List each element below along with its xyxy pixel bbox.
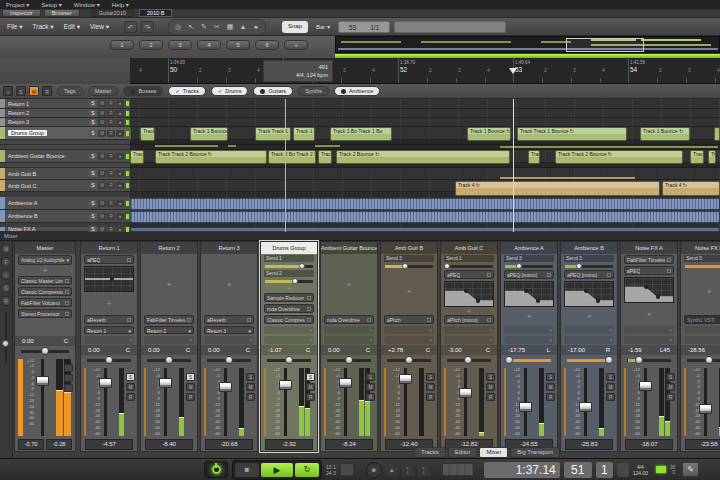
input-route-select[interactable]: ▾ xyxy=(684,336,720,344)
eq-graph[interactable] xyxy=(84,266,134,292)
fader-track[interactable] xyxy=(524,368,527,436)
media-item[interactable] xyxy=(130,198,720,210)
track-header-amb-guit-c[interactable]: Amb Guit CSMR● xyxy=(0,180,130,192)
track-fx-button[interactable]: ● xyxy=(116,119,124,126)
track-header-amb-guit-b[interactable]: Amb Guit BSMR● xyxy=(0,168,130,180)
fx-bypass-icon[interactable] xyxy=(247,318,251,322)
fader-track[interactable] xyxy=(644,368,647,436)
input-route-select[interactable]: ▾ xyxy=(384,336,434,344)
strip-name[interactable]: Return 1 xyxy=(81,242,137,254)
fader-cap[interactable] xyxy=(639,381,652,391)
tool-button-4-icon[interactable]: ✂ xyxy=(212,21,222,33)
pan-value[interactable]: -1.59 xyxy=(628,345,642,355)
filter-pill-drums[interactable]: ✓Drums xyxy=(211,86,248,96)
filter-pill-tags[interactable]: Tags xyxy=(57,86,83,96)
pan-thumb[interactable] xyxy=(605,356,613,364)
strip-s-button[interactable]: S xyxy=(666,373,675,381)
tempo-display[interactable]: 4/4 124.00 xyxy=(633,464,648,476)
fader-track[interactable] xyxy=(41,359,44,437)
fader-track[interactable] xyxy=(164,368,167,436)
bank-button-3[interactable]: 3 xyxy=(168,40,192,50)
media-item[interactable] xyxy=(130,127,131,141)
strip-name[interactable]: Ambient Guitar Bounce xyxy=(321,242,377,254)
filter-pill-guitars[interactable]: Guitars xyxy=(253,86,293,96)
master-button-3[interactable] xyxy=(64,384,73,392)
fx-slot-areverb[interactable]: aReverb xyxy=(84,315,134,324)
fx-bypass-icon[interactable] xyxy=(307,296,311,300)
strip-s-button[interactable]: S xyxy=(246,373,255,381)
menu-window[interactable]: Window ▾ xyxy=(74,1,100,8)
fx-bypass-icon[interactable] xyxy=(307,307,311,311)
track-name[interactable]: Amb Guit B xyxy=(8,171,89,177)
bank-button-[interactable]: + xyxy=(284,40,308,50)
media-item[interactable]: Track Track 1 Bounce ↻ xyxy=(517,127,627,141)
send-thumb[interactable] xyxy=(516,263,522,269)
track-name[interactable]: Ambient Guitar Bounce xyxy=(8,153,89,159)
send-control[interactable]: Send 3 xyxy=(381,254,437,269)
navigator-view-box[interactable] xyxy=(566,38,644,52)
fx-slot-apeq-mono[interactable]: aPEQ [mono] xyxy=(564,270,614,279)
fx-bypass-icon[interactable] xyxy=(667,258,671,262)
tool-button-1-icon[interactable]: ◎ xyxy=(173,21,183,33)
edit-cursor-icon[interactable] xyxy=(509,68,517,74)
master-button-2[interactable] xyxy=(64,374,73,382)
fx-bypass-icon[interactable] xyxy=(487,318,491,322)
pan-value[interactable]: -17.75 xyxy=(508,345,525,355)
strip-r-button[interactable]: R xyxy=(126,393,135,401)
pattern-display[interactable] xyxy=(442,463,474,476)
fx-slot-apeq[interactable]: aPEQ xyxy=(84,255,134,264)
filter-small-r[interactable]: R xyxy=(42,86,52,96)
strip-name[interactable]: Ambience B xyxy=(561,242,617,254)
send-control[interactable]: Send 3 xyxy=(501,254,557,269)
send-control[interactable]: Send 1 xyxy=(261,254,317,269)
track-arm-button[interactable]: R xyxy=(107,200,115,207)
media-item[interactable]: Track xyxy=(318,150,332,164)
fx-bypass-icon[interactable] xyxy=(607,273,611,277)
fx-slot-stereo-processor[interactable]: Stereo Processor xyxy=(18,309,72,318)
pan-slider[interactable] xyxy=(621,355,677,366)
tool-button-7-icon[interactable]: ● xyxy=(251,21,261,33)
tool-button-6-icon[interactable]: ▲ xyxy=(238,21,248,33)
output-route-select[interactable]: ▾ xyxy=(384,326,434,334)
eq-node[interactable] xyxy=(476,299,480,303)
track-solo-button[interactable]: S xyxy=(89,153,97,160)
output-route-select[interactable]: ▾ xyxy=(504,326,554,334)
strip-name[interactable]: Return 2 xyxy=(141,242,197,254)
mixer-width-slider[interactable] xyxy=(5,312,7,364)
menu-setup[interactable]: Setup ▾ xyxy=(41,1,61,8)
strip-m-button[interactable]: M xyxy=(186,383,195,391)
edit-mode-button[interactable]: ✎ xyxy=(682,462,699,477)
filter-pill-ambience[interactable]: Ambience xyxy=(334,86,380,96)
strip-s-button[interactable]: S xyxy=(186,373,195,381)
menu-help[interactable]: Help ▾ xyxy=(112,1,129,8)
track-arm-button[interactable]: R xyxy=(107,130,115,137)
pan-value[interactable]: 0.00 xyxy=(328,345,340,355)
add-fx-button[interactable]: + xyxy=(587,312,592,321)
track-mute-button[interactable]: M xyxy=(98,119,106,126)
media-item[interactable]: Track 2 Bo Track 2 Bo xyxy=(268,150,316,164)
eq-graph[interactable] xyxy=(564,281,614,307)
eq-node[interactable] xyxy=(464,289,468,293)
track-solo-button[interactable]: S xyxy=(89,200,97,207)
track-header-drums-group[interactable]: Drums GroupSMR● xyxy=(0,127,130,140)
track-fx-button[interactable]: ● xyxy=(116,110,124,117)
fader-track[interactable] xyxy=(584,368,587,436)
strip-m-button[interactable]: M xyxy=(126,383,135,391)
transport-bar-display[interactable]: 51 xyxy=(564,462,592,478)
pan-slider[interactable] xyxy=(201,355,257,366)
strip-r-button[interactable]: R xyxy=(426,393,435,401)
mixer-sidebar-f-button[interactable]: F xyxy=(1,257,11,267)
track-mute-button[interactable]: M xyxy=(98,153,106,160)
eq-node[interactable] xyxy=(656,295,660,299)
track-mute-button[interactable]: M xyxy=(98,110,106,117)
pan-thumb[interactable] xyxy=(165,356,173,364)
aux-button-2[interactable]: ¦ xyxy=(418,463,430,476)
media-item[interactable]: Track 1 Bounce ↻ xyxy=(640,127,690,141)
track-mute-button[interactable]: M xyxy=(98,213,106,220)
media-item[interactable]: Track Track 2 Bounce ↻ xyxy=(555,150,683,164)
strip-r-button[interactable]: R xyxy=(246,393,255,401)
fader-cap[interactable] xyxy=(99,378,112,388)
dock-tab-big-transport[interactable]: Big Transport xyxy=(510,447,560,458)
dock-tab-tracks[interactable]: Tracks xyxy=(414,447,446,458)
pan-thumb[interactable] xyxy=(345,356,353,364)
